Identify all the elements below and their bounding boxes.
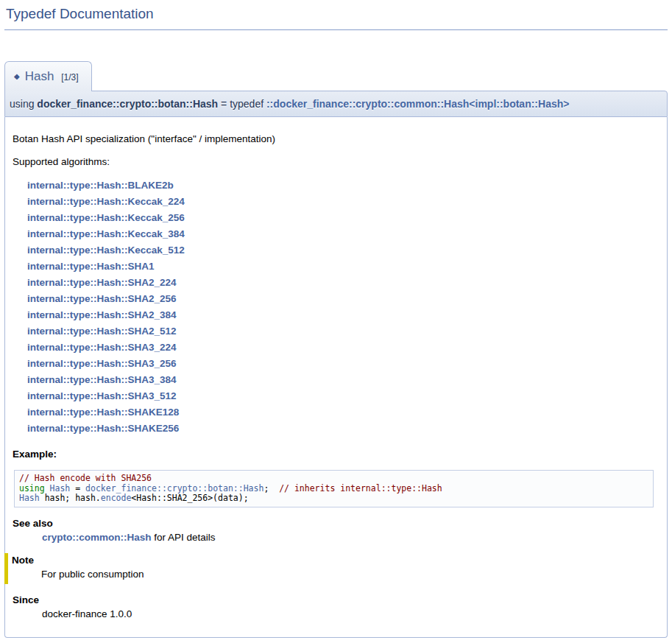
since-text: docker-finance 1.0.0 (42, 608, 659, 619)
algorithm-list-item: internal::type::Hash::SHA1 (27, 259, 659, 275)
code-text (45, 483, 50, 493)
section-heading: Typedef Documentation (4, 0, 668, 30)
code-text: hash; hash. (40, 493, 101, 503)
algorithm-list-item: internal::type::Hash::Keccak_256 (27, 210, 659, 226)
code-line: Hash hash; hash.encode<Hash::SHA2_256>(d… (19, 493, 648, 504)
equals-typedef: = typedef (218, 98, 266, 110)
algorithm-list-item: internal::type::Hash::SHA3_512 (27, 388, 659, 404)
algorithm-list-item: internal::type::Hash::Keccak_384 (27, 226, 659, 242)
algorithm-link[interactable]: internal::type::Hash::SHA3_224 (27, 342, 177, 353)
algorithm-list-item: internal::type::Hash::SHAKE256 (27, 421, 659, 437)
code-line: // Hash encode with SHA256 (19, 474, 648, 484)
see-also-content: crypto::common::Hash for API details (42, 532, 659, 543)
permalink-diamond-icon[interactable]: ◆ (14, 72, 20, 80)
code-text: ; (264, 483, 279, 493)
algorithm-list-item: internal::type::Hash::SHA2_224 (27, 275, 659, 291)
content-area: Typedef Documentation ◆Hash [1/3] using … (0, 0, 672, 638)
algorithm-link[interactable]: internal::type::Hash::SHA2_256 (27, 293, 177, 304)
code-text: // inherits internal::type::Hash (279, 483, 442, 493)
member-prototype: using docker_finance::crypto::botan::Has… (4, 91, 668, 117)
algorithm-list-item: internal::type::Hash::SHA3_384 (27, 372, 659, 388)
see-also-text: for API details (152, 532, 216, 543)
algorithm-link-list: internal::type::Hash::BLAKE2binternal::t… (27, 178, 659, 437)
algorithm-list-item: internal::type::Hash::SHA2_256 (27, 291, 659, 307)
see-also-section: See also crypto::common::Hash for API de… (13, 518, 659, 543)
code-link[interactable]: encode (101, 493, 132, 503)
algorithm-link[interactable]: internal::type::Hash::SHA3_384 (27, 374, 177, 385)
since-section: Since docker-finance 1.0.0 (13, 594, 659, 619)
code-link[interactable]: Hash (50, 483, 71, 493)
using-keyword: using (10, 98, 37, 110)
code-line: using Hash = docker_finance::crypto::bot… (19, 484, 648, 494)
note-label: Note (12, 555, 659, 566)
algorithm-link[interactable]: internal::type::Hash::SHA2_512 (27, 326, 177, 337)
code-link[interactable]: docker_finance::crypto::botan::Hash (85, 483, 264, 493)
algorithm-list-item: internal::type::Hash::SHA3_224 (27, 340, 659, 356)
algorithm-link[interactable]: internal::type::Hash::SHA1 (27, 261, 155, 272)
member-doc: Botan Hash API specialization ("interfac… (4, 117, 668, 638)
algorithm-list-item: internal::type::Hash::SHA2_384 (27, 307, 659, 323)
see-also-link[interactable]: crypto::common::Hash (42, 532, 152, 543)
algorithm-list-item: internal::type::Hash::Keccak_512 (27, 242, 659, 259)
algorithm-link[interactable]: internal::type::Hash::Keccak_512 (27, 245, 185, 256)
algorithm-link[interactable]: internal::type::Hash::Keccak_256 (27, 212, 185, 223)
code-text: // Hash encode with SHA256 (19, 473, 152, 483)
algorithm-link[interactable]: internal::type::Hash::SHA3_256 (27, 358, 177, 369)
note-text: For public consumption (41, 569, 659, 580)
supported-algorithms-label: Supported algorithms: (13, 156, 659, 167)
code-text: <Hash::SHA2_256>(data); (131, 493, 248, 503)
since-label: Since (13, 594, 659, 605)
algorithm-list-item: internal::type::Hash::SHA2_512 (27, 323, 659, 340)
code-link[interactable]: Hash (19, 493, 40, 503)
example-label: Example: (13, 449, 659, 460)
algorithm-link[interactable]: internal::type::Hash::SHA3_512 (27, 390, 177, 401)
algorithm-link[interactable]: internal::type::Hash::SHA2_384 (27, 309, 177, 320)
typedef-target-link[interactable]: ::docker_finance::crypto::common::Hash<i… (266, 98, 569, 110)
algorithm-list-item: internal::type::Hash::SHA3_256 (27, 356, 659, 372)
algorithm-link[interactable]: internal::type::Hash::SHAKE128 (27, 407, 179, 418)
note-section: Note For public consumption (4, 553, 659, 584)
member-title-text: Hash (25, 69, 54, 83)
typedef-name: docker_finance::crypto::botan::Hash (37, 98, 218, 110)
see-also-label: See also (13, 518, 659, 529)
algorithm-link[interactable]: internal::type::Hash::Keccak_224 (27, 196, 185, 207)
code-text: = (70, 483, 85, 493)
member-overload-index: [1/3] (61, 72, 78, 82)
algorithm-link[interactable]: internal::type::Hash::SHA2_224 (27, 277, 177, 288)
member-title-tab: ◆Hash [1/3] (4, 61, 92, 91)
algorithm-list-item: internal::type::Hash::BLAKE2b (27, 178, 659, 194)
algorithm-link[interactable]: internal::type::Hash::SHAKE256 (27, 423, 179, 434)
member-description: Botan Hash API specialization ("interfac… (13, 133, 659, 144)
algorithm-link[interactable]: internal::type::Hash::BLAKE2b (27, 180, 174, 191)
member-item: ◆Hash [1/3] using docker_finance::crypto… (4, 61, 668, 638)
algorithm-list-item: internal::type::Hash::SHAKE128 (27, 404, 659, 421)
code-text: using (19, 483, 45, 493)
algorithm-link[interactable]: internal::type::Hash::Keccak_384 (27, 228, 185, 239)
algorithm-list-item: internal::type::Hash::Keccak_224 (27, 194, 659, 210)
code-fragment: // Hash encode with SHA256using Hash = d… (14, 470, 654, 507)
